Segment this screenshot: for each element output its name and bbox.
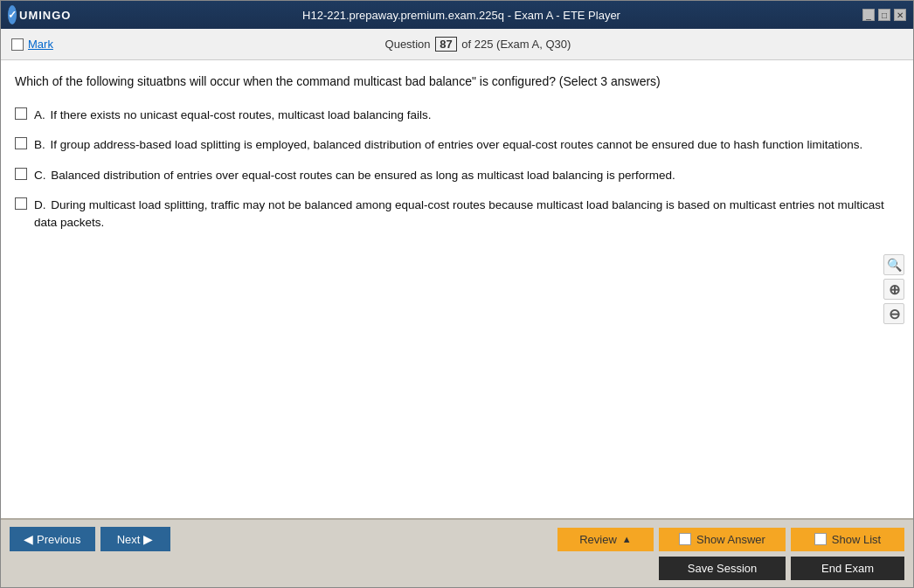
mark-container: Mark [11, 38, 53, 51]
answer-letter-c: C. [34, 169, 46, 182]
header-bar: Mark Question 87 of 225 (Exam A, Q30) [1, 29, 913, 60]
answer-text-d: During multicast load splitting, traffic… [34, 198, 884, 229]
footer-row1: ◀ Previous Next ▶ Review ▲ Show Answer S… [10, 527, 904, 551]
save-session-button[interactable]: Save Session [659, 557, 786, 580]
show-list-button[interactable]: Show List [791, 528, 904, 551]
end-exam-label: End Exam [821, 562, 874, 575]
mark-label[interactable]: Mark [28, 38, 53, 51]
answer-option-d: D. During multicast load splitting, traf… [15, 197, 899, 232]
minimize-button[interactable]: _ [862, 9, 875, 21]
review-button[interactable]: Review ▲ [557, 528, 654, 551]
show-list-checkbox-icon [814, 533, 827, 545]
search-icon: 🔍 [887, 258, 902, 272]
answer-text-b: If group address-based load splitting is… [51, 138, 863, 151]
next-label: Next [117, 533, 141, 546]
question-total: of 225 (Exam A, Q30) [461, 38, 571, 51]
window-title: H12-221.prepaway.premium.exam.225q - Exa… [60, 9, 862, 22]
zoom-in-button[interactable]: ⊕ [883, 279, 904, 300]
answer-label-d: D. During multicast load splitting, traf… [34, 197, 899, 232]
title-bar-left: ✓ UMINGO [8, 5, 60, 24]
previous-label: Previous [37, 533, 81, 546]
next-button[interactable]: Next ▶ [100, 527, 170, 551]
maximize-button[interactable]: □ [878, 9, 890, 21]
show-answer-checkbox-icon [679, 533, 691, 545]
save-session-label: Save Session [688, 562, 758, 575]
question-text: Which of the following situatbns will oc… [15, 73, 899, 91]
logo-check-icon: ✓ [8, 9, 17, 21]
show-answer-button[interactable]: Show Answer [659, 528, 786, 551]
answer-option-b: B. If group address-based load splitting… [15, 136, 899, 154]
search-zoom-button[interactable]: 🔍 [883, 254, 904, 275]
answer-letter-b: B. [34, 138, 45, 151]
checkbox-d[interactable] [15, 197, 27, 210]
title-bar: ✓ UMINGO H12-221.prepaway.premium.exam.2… [1, 1, 913, 29]
logo: ✓ UMINGO [8, 5, 60, 24]
answer-label-b: B. If group address-based load splitting… [34, 136, 862, 154]
answer-option-a: A. If there exists no unicast equal-cost… [15, 107, 899, 124]
previous-arrow-icon: ◀ [24, 532, 33, 546]
answer-text-a: If there exists no unicast equal-cost ro… [51, 108, 432, 121]
checkbox-b[interactable] [15, 137, 27, 149]
mark-checkbox[interactable] [11, 38, 24, 51]
zoom-in-icon: ⊕ [889, 281, 900, 298]
answer-label-a: A. If there exists no unicast equal-cost… [34, 107, 432, 124]
next-arrow-icon: ▶ [143, 532, 153, 546]
end-exam-button[interactable]: End Exam [791, 557, 904, 580]
zoom-controls: 🔍 ⊕ ⊖ [883, 254, 904, 324]
question-info: Question 87 of 225 (Exam A, Q30) [53, 37, 903, 52]
close-button[interactable]: ✕ [894, 9, 906, 21]
answer-text-c: Balanced distribution of entries over eq… [51, 169, 675, 182]
previous-button[interactable]: ◀ Previous [10, 527, 95, 551]
question-number: 87 [435, 37, 456, 52]
zoom-out-icon: ⊖ [889, 306, 900, 322]
window-controls: _ □ ✕ [862, 9, 906, 21]
footer-row2: Save Session End Exam [10, 557, 904, 580]
answer-letter-a: A. [34, 108, 45, 121]
checkbox-c[interactable] [15, 168, 27, 180]
review-dropdown-icon: ▲ [622, 534, 632, 544]
show-answer-label: Show Answer [696, 533, 765, 546]
content-area: Which of the following situatbns will oc… [1, 60, 913, 518]
question-label: Question [385, 38, 431, 51]
app-window: ✓ UMINGO H12-221.prepaway.premium.exam.2… [0, 0, 914, 588]
logo-icon: ✓ [8, 5, 17, 24]
footer: ◀ Previous Next ▶ Review ▲ Show Answer S… [1, 518, 913, 587]
zoom-out-button[interactable]: ⊖ [883, 303, 904, 324]
answer-letter-d: D. [34, 198, 46, 211]
checkbox-a[interactable] [15, 107, 27, 120]
answer-option-c: C. Balanced distribution of entries over… [15, 167, 899, 184]
answer-label-c: C. Balanced distribution of entries over… [34, 167, 675, 184]
show-list-label: Show List [832, 533, 881, 546]
review-label: Review [579, 533, 617, 546]
